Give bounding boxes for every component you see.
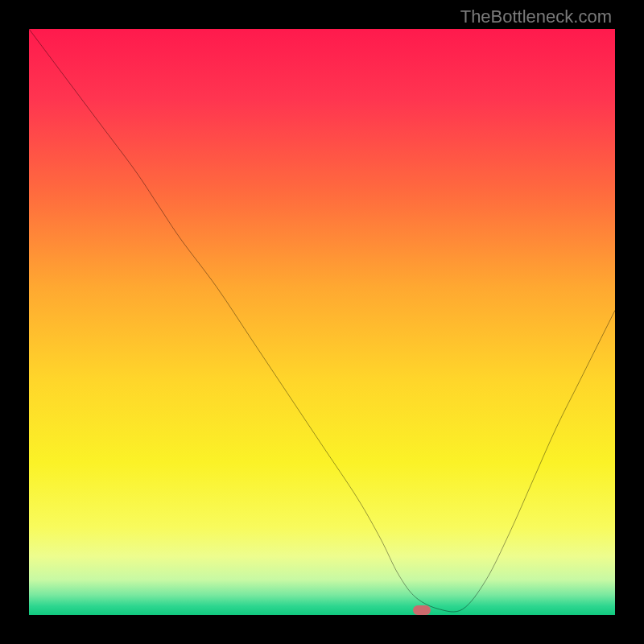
watermark-text: TheBottleneck.com <box>460 6 612 27</box>
chart-container: TheBottleneck.com <box>0 0 644 644</box>
heat-gradient-background <box>29 29 615 615</box>
svg-rect-0 <box>29 29 615 615</box>
plot-area <box>29 29 615 615</box>
optimal-point-marker <box>413 605 431 615</box>
